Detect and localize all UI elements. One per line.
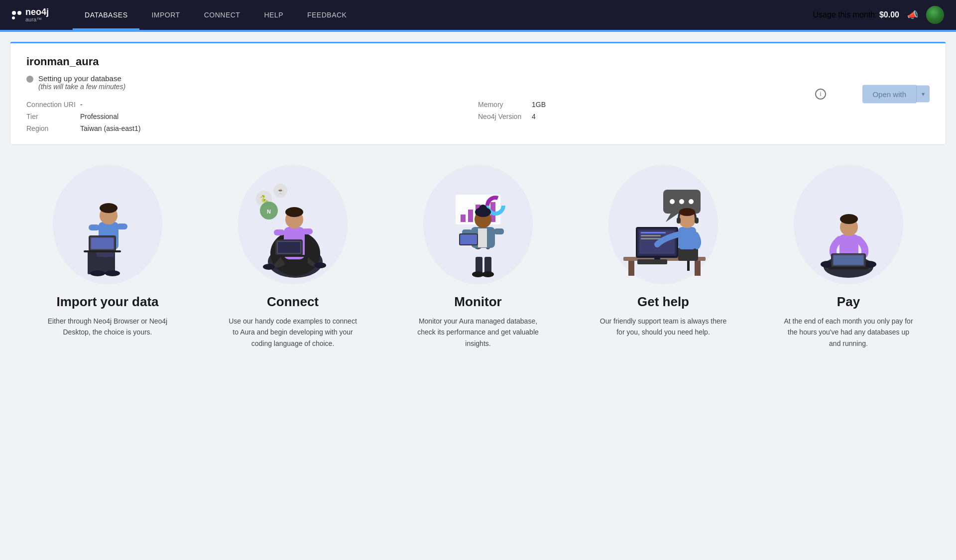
help-illustration xyxy=(608,165,718,284)
navbar: neo4j aura™ DATABASES IMPORT CONNECT HEL… xyxy=(0,0,956,30)
neo4j-version-row: Neo4j Version 4 xyxy=(478,112,930,120)
svg-rect-37 xyxy=(461,215,466,222)
svg-rect-53 xyxy=(460,234,477,244)
info-icon[interactable]: i xyxy=(815,89,826,100)
connect-svg: 🐍 ☕ N xyxy=(243,170,343,279)
connection-uri-label: Connection URI xyxy=(26,101,76,109)
tier-value: Professional xyxy=(80,112,119,120)
nav-connect[interactable]: CONNECT xyxy=(192,0,252,30)
nav-databases[interactable]: DATABASES xyxy=(73,0,139,30)
svg-text:☕: ☕ xyxy=(277,187,284,195)
logo-dot-2 xyxy=(17,11,21,15)
feature-import: Import your data Either through Neo4j Br… xyxy=(43,165,172,349)
usage-text: Usage this month: $0.00 xyxy=(813,10,899,19)
svg-text:N: N xyxy=(267,209,271,215)
svg-point-24 xyxy=(285,207,303,217)
monitor-svg xyxy=(428,170,528,279)
svg-rect-51 xyxy=(494,228,504,234)
features-section: Import your data Either through Neo4j Br… xyxy=(10,165,946,349)
database-status: Setting up your database (this will take… xyxy=(26,74,930,91)
feature-help-title: Get help xyxy=(637,294,689,310)
open-with-button[interactable]: Open with ▾ xyxy=(862,85,930,103)
nav-links: DATABASES IMPORT CONNECT HELP FEEDBACK xyxy=(73,0,358,30)
status-sub: (this will take a few minutes) xyxy=(38,83,125,91)
feature-import-desc: Either through Neo4j Browser or Neo4j De… xyxy=(43,316,172,338)
connect-illustration: 🐍 ☕ N xyxy=(238,165,348,284)
svg-point-62 xyxy=(689,199,694,204)
svg-point-4 xyxy=(90,270,105,276)
main-content: ironman_aura Setting up your database (t… xyxy=(0,32,956,359)
svg-rect-7 xyxy=(89,224,100,230)
status-dot xyxy=(26,76,33,83)
logo-text-group: neo4j aura™ xyxy=(25,7,49,22)
svg-rect-38 xyxy=(468,210,473,222)
feature-monitor: Monitor Monitor your Aura managed databa… xyxy=(413,165,543,349)
connection-uri-value: - xyxy=(80,101,83,109)
svg-rect-22 xyxy=(302,228,313,234)
feature-connect-desc: Use our handy code examples to connect t… xyxy=(228,316,358,349)
import-illustration xyxy=(53,165,162,284)
tier-label: Tier xyxy=(26,112,76,120)
svg-point-18 xyxy=(263,264,275,270)
svg-rect-77 xyxy=(678,227,696,249)
nav-help[interactable]: HELP xyxy=(252,0,295,30)
feature-connect-title: Connect xyxy=(267,294,319,310)
svg-point-60 xyxy=(670,199,675,204)
neo4j-version-label: Neo4j Version xyxy=(478,112,528,120)
status-message: Setting up your database xyxy=(38,74,125,83)
notification-icon[interactable]: 📣 xyxy=(907,9,918,20)
logo-sub: aura™ xyxy=(25,16,49,22)
svg-rect-89 xyxy=(829,267,868,269)
open-with-dropdown[interactable]: ▾ xyxy=(916,86,930,103)
memory-label: Memory xyxy=(478,101,528,109)
memory-value: 1GB xyxy=(532,101,546,109)
nav-feedback[interactable]: FEEDBACK xyxy=(295,0,358,30)
svg-rect-8 xyxy=(117,224,127,229)
svg-rect-28 xyxy=(278,242,300,253)
svg-rect-21 xyxy=(274,229,285,235)
nav-import[interactable]: IMPORT xyxy=(139,0,192,30)
db-info-grid: Connection URI - Memory 1GB Tier Profess… xyxy=(26,101,930,132)
avatar[interactable] xyxy=(926,6,944,24)
svg-point-5 xyxy=(105,270,120,276)
logo-name: neo4j xyxy=(25,7,49,16)
logo-dot-1 xyxy=(12,11,16,15)
usage-amount: $0.00 xyxy=(879,10,899,19)
svg-rect-71 xyxy=(641,232,666,233)
svg-point-61 xyxy=(679,199,684,204)
nav-right: Usage this month: $0.00 📣 xyxy=(813,6,944,24)
svg-rect-64 xyxy=(628,261,634,276)
svg-point-56 xyxy=(479,205,487,213)
avatar-image xyxy=(926,6,944,24)
tier-row: Tier Professional xyxy=(26,112,478,120)
svg-point-92 xyxy=(840,214,858,224)
svg-rect-76 xyxy=(687,261,690,271)
region-value: Taiwan (asia-east1) xyxy=(80,124,140,132)
svg-rect-27 xyxy=(272,255,307,257)
logo[interactable]: neo4j aura™ xyxy=(12,7,49,22)
svg-rect-49 xyxy=(478,228,487,247)
feature-import-title: Import your data xyxy=(56,294,158,310)
feature-help: Get help Our friendly support team is al… xyxy=(598,165,728,349)
pay-illustration xyxy=(794,165,903,284)
monitor-illustration xyxy=(423,165,533,284)
database-name: ironman_aura xyxy=(26,55,930,68)
svg-point-19 xyxy=(314,262,326,268)
svg-rect-74 xyxy=(637,259,667,264)
feature-help-desc: Our friendly support team is always ther… xyxy=(598,316,728,338)
svg-rect-79 xyxy=(677,218,681,224)
database-card: ironman_aura Setting up your database (t… xyxy=(10,42,946,145)
svg-point-10 xyxy=(100,203,118,213)
feature-monitor-title: Monitor xyxy=(454,294,501,310)
svg-point-47 xyxy=(482,271,494,277)
region-label: Region xyxy=(26,124,76,132)
open-with-main[interactable]: Open with xyxy=(862,85,916,103)
svg-rect-13 xyxy=(84,250,121,252)
svg-rect-14 xyxy=(91,238,114,249)
memory-row: Memory 1GB xyxy=(478,101,930,109)
feature-connect: 🐍 ☕ N Connect Use our handy code example… xyxy=(228,165,358,349)
svg-rect-80 xyxy=(695,218,699,224)
feature-pay: Pay At the end of each month you only pa… xyxy=(784,165,913,349)
svg-rect-65 xyxy=(695,261,701,276)
import-svg xyxy=(58,170,157,279)
